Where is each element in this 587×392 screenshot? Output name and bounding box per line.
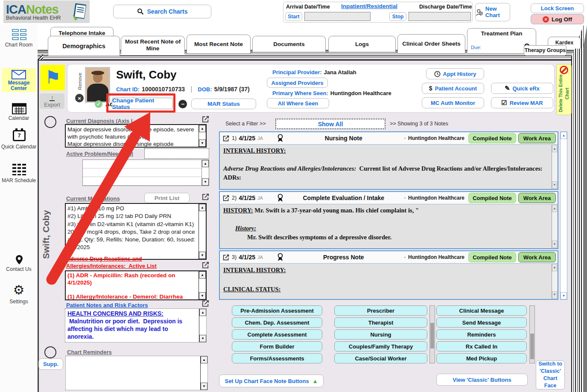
- risk-scrollbar[interactable]: ▲▼: [199, 309, 206, 342]
- compiled-note-button[interactable]: Compiled Note: [468, 193, 516, 203]
- adr-scrollbar[interactable]: ▲▼: [199, 271, 206, 299]
- scroll-down-icon[interactable]: ▼: [199, 252, 206, 259]
- tab-most-recent-note[interactable]: Most Recent Note: [187, 35, 251, 54]
- scroll-down-icon[interactable]: ▼: [201, 383, 207, 390]
- scroll-up-icon[interactable]: ▲: [199, 309, 206, 316]
- scrollbar-track[interactable]: [199, 211, 206, 252]
- scrollbar-track[interactable]: [199, 279, 206, 292]
- scroll-up-icon[interactable]: ▲: [199, 271, 206, 279]
- scrollbar-track[interactable]: [199, 132, 206, 139]
- scroll-up-icon[interactable]: ▲: [202, 160, 209, 167]
- medications-edit-icon[interactable]: [202, 193, 210, 201]
- chart-reminders-box[interactable]: ▲▼: [65, 356, 208, 390]
- scroll-down-icon[interactable]: ▼: [552, 181, 557, 189]
- note-3-body[interactable]: INTERVAL HISTORY: CLINICAL STATUS: Mr. S…: [220, 264, 558, 299]
- supp-button[interactable]: Supp.: [38, 358, 63, 370]
- complete-assessment-button[interactable]: Complete Assessment: [232, 329, 322, 340]
- mar-status-button[interactable]: MAR Status: [191, 99, 256, 109]
- tab-logs[interactable]: Logs: [328, 36, 396, 52]
- note-inner-scrollbar[interactable]: ▲▼: [552, 264, 557, 299]
- delete-entire-chart-tab[interactable]: Delete This Entire Chart: [556, 64, 572, 115]
- new-chart-button[interactable]: New Chart: [475, 3, 510, 21]
- switch-classic-chart-face-button[interactable]: Switch to 'Classic' Chart Face: [536, 360, 565, 389]
- mc-auth-monitor-button[interactable]: MC Auth Monitor: [422, 97, 484, 108]
- note-inner-scrollbar[interactable]: ▲▼: [552, 145, 557, 189]
- diagnosis-radio[interactable]: [44, 116, 56, 128]
- sidebar-item-settings[interactable]: Settings: [0, 299, 38, 305]
- scroll-up-icon[interactable]: ▲: [552, 145, 557, 152]
- tab-documents[interactable]: Documents: [252, 36, 326, 52]
- note-item-1[interactable]: 1) 4/1/25 JA Nursing Note · Huntingdon H…: [219, 131, 558, 190]
- settings-gear-icon[interactable]: ⚙: [0, 284, 38, 296]
- scrollbar-track[interactable]: [202, 167, 209, 178]
- calendar-icon[interactable]: [12, 102, 26, 114]
- prescriber-button[interactable]: Prescriber: [334, 305, 427, 316]
- active-problem-listbox[interactable]: ▲▼: [82, 160, 209, 186]
- scrollbar-track[interactable]: [201, 363, 207, 383]
- scrollbar-thumb[interactable]: [430, 323, 434, 348]
- scroll-down-icon[interactable]: ▼: [199, 139, 206, 147]
- forms-assessments-button[interactable]: Forms/Assessments: [232, 353, 322, 363]
- case-social-worker-button[interactable]: Case/Social Worker: [334, 353, 427, 363]
- search-charts-button[interactable]: Search Charts: [113, 5, 211, 18]
- collapse-minus-icon[interactable]: −: [178, 100, 187, 108]
- sidebar-item-message-center[interactable]: Message Center: [2, 68, 36, 92]
- scroll-up-icon[interactable]: ▲: [561, 132, 567, 139]
- diagnosis-scrollbar[interactable]: ▲▼: [199, 125, 206, 147]
- patient-account-button[interactable]: $ Patient Account: [422, 83, 484, 94]
- scroll-down-icon[interactable]: ▼: [199, 335, 206, 342]
- view-classic-buttons-button[interactable]: View 'Classic' Buttons: [436, 374, 528, 386]
- note-1-body[interactable]: INTERVAL HISTORY: Adverse Drug Reactions…: [220, 145, 558, 189]
- reminders-radio[interactable]: [44, 346, 56, 358]
- mar-schedule-icon[interactable]: [12, 164, 26, 175]
- sidebar-item-mar-schedule[interactable]: MAR Schedule: [0, 178, 38, 184]
- assigned-providers-button[interactable]: Assigned Providers: [267, 78, 328, 88]
- scroll-up-icon[interactable]: ▲: [201, 356, 207, 363]
- work-area-button[interactable]: Work Area: [518, 252, 556, 262]
- print-list-button[interactable]: Print List: [144, 193, 190, 203]
- rx-called-in-button[interactable]: Rx Called In: [436, 341, 527, 351]
- button-column-scrollbar[interactable]: [529, 305, 535, 363]
- work-area-button[interactable]: Work Area: [518, 193, 556, 203]
- diagnosis-edit-icon[interactable]: [202, 115, 210, 123]
- risk-edit-icon[interactable]: [202, 299, 210, 308]
- form-builder-button[interactable]: Form Builder: [232, 341, 322, 351]
- reminders-scrollbar[interactable]: ▲▼: [200, 356, 207, 390]
- send-message-button[interactable]: Send Message: [436, 317, 527, 328]
- sidebar-item-quick-calendar[interactable]: Quick Calendar: [0, 144, 38, 150]
- chem-dep-assessment-button[interactable]: Chem. Dep. Assessment: [232, 317, 322, 328]
- scrollbar-track[interactable]: [552, 271, 557, 291]
- scroll-up-icon[interactable]: ▲: [552, 205, 557, 212]
- scrollbar-track[interactable]: [552, 212, 557, 241]
- setup-chart-face-buttons-button[interactable]: Set Up Chart Face Note Buttons ▲: [219, 375, 324, 387]
- adr-box[interactable]: (1) ADR - Ampicillin: Rash (recorded on …: [65, 270, 207, 300]
- reminders-button[interactable]: Reminders: [436, 329, 527, 340]
- scroll-down-icon[interactable]: ▼: [552, 241, 557, 248]
- problem-scrollbar[interactable]: ▲▼: [202, 160, 209, 186]
- work-area-button[interactable]: Work Area: [518, 133, 556, 143]
- chart-flag-button[interactable]: ⚑: [41, 65, 65, 90]
- note-item-2[interactable]: 2) 4/1/25 JA Complete Evaluation / Intak…: [219, 191, 558, 249]
- all-where-seen-button[interactable]: All Where Seen: [267, 98, 329, 108]
- chart-room-icon[interactable]: [12, 29, 26, 40]
- notes-list-scrollbar[interactable]: ▲▼: [560, 131, 567, 300]
- sidebar-item-contact-us[interactable]: Contact Us: [0, 267, 38, 273]
- scrollbar-track[interactable]: [199, 316, 206, 335]
- tab-demographics[interactable]: Demographics: [48, 36, 120, 56]
- quick-calendar-icon[interactable]: 7: [13, 130, 26, 141]
- sidebar-item-chart-room[interactable]: Chart Room: [0, 42, 38, 48]
- arrival-datetime-input[interactable]: [304, 12, 371, 21]
- current-diagnosis-box[interactable]: Major depressive disorder, single episod…: [65, 124, 207, 148]
- scrollbar-track[interactable]: [552, 152, 557, 181]
- export-button[interactable]: ↑ Export: [40, 93, 64, 109]
- review-mar-button[interactable]: ☑ Review MAR: [491, 97, 553, 108]
- therapist-button[interactable]: Therapist: [334, 317, 427, 328]
- scroll-down-icon[interactable]: ▼: [202, 178, 209, 186]
- scroll-up-icon[interactable]: ▲: [552, 264, 557, 271]
- scroll-down-icon[interactable]: ▼: [199, 292, 206, 299]
- scroll-down-icon[interactable]: ▼: [561, 292, 567, 299]
- compiled-note-button[interactable]: Compiled Note: [468, 133, 516, 143]
- note-inner-scrollbar[interactable]: ▲▼: [552, 205, 557, 248]
- discharge-stop-button[interactable]: Stop: [389, 12, 406, 21]
- nursing-button[interactable]: Nursing: [334, 329, 427, 340]
